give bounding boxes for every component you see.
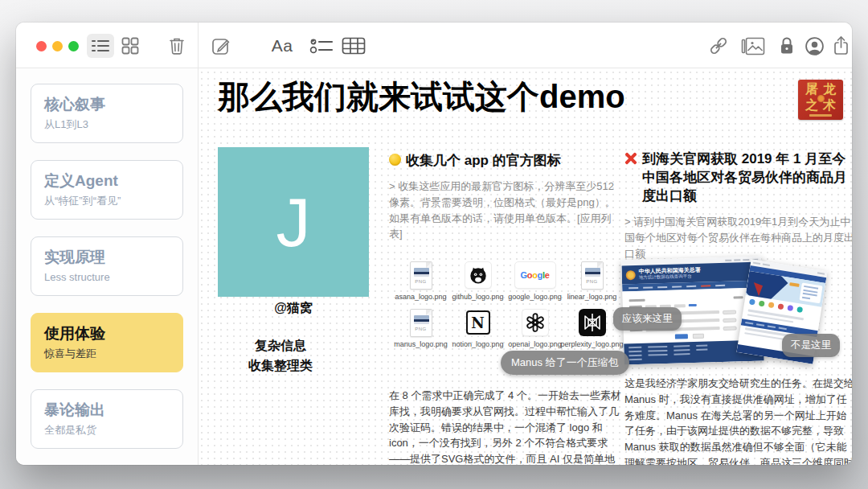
task2-heading-text: 到海关官网获取 2019 年 1 月至今中国各地区对各贸易伙伴的商品月度出口额 (642, 150, 852, 205)
share-button[interactable] (827, 34, 852, 58)
png-badge: PNG (582, 279, 603, 284)
file-linear[interactable]: PNG linear_logo.png (565, 261, 619, 301)
share-icon (832, 35, 850, 56)
openai-logo-icon (522, 309, 549, 336)
list-view-button[interactable] (87, 34, 114, 58)
png-thumbnail (414, 315, 429, 324)
checklist-icon (309, 37, 334, 55)
category-line: 复杂信息 (211, 335, 350, 355)
task1-heading-text: 收集几个 app 的官方图标 (406, 151, 561, 170)
task1-result: 在 8 个需求中正确完成了 4 个。一开始去一些素材库找，我明确要求从官网找。过… (389, 388, 622, 465)
sidebar-item-title: 核心叙事 (44, 94, 170, 115)
seal-char: 龙 (821, 81, 838, 97)
file-github[interactable]: github_logo.png (451, 261, 505, 301)
manus-tooltip: Manus 给了一个压缩包 (501, 351, 629, 375)
desktop: { "toolbar": { "aa_label": "Aa" }, "side… (0, 0, 868, 489)
sidebar-item-title: 实现原理 (44, 247, 170, 268)
lock-button[interactable] (774, 34, 800, 58)
source-avatar: J (218, 147, 369, 297)
file-name: openai_logo.png (508, 340, 562, 348)
trash-button[interactable] (164, 34, 190, 58)
table-button[interactable] (338, 34, 370, 58)
png-file-icon: PNG (581, 261, 604, 290)
png-badge: PNG (411, 327, 432, 331)
sidebar-item-subtitle: 惊喜与差距 (44, 347, 170, 361)
source-credit: @猫窝 (218, 300, 369, 317)
media-button[interactable] (738, 34, 768, 58)
sidebar-item-title: 暴论输出 (44, 400, 170, 421)
seal-char: 术 (821, 97, 838, 113)
perplexity-logo-icon (579, 309, 606, 336)
grid-view-icon (121, 37, 139, 55)
file-name: asana_logo.png (395, 293, 446, 301)
customs-reset-button (693, 334, 704, 339)
google-logo-icon: Google (514, 261, 556, 289)
table-icon (342, 36, 366, 55)
file-name: github_logo.png (452, 293, 503, 301)
sidebar-item-subtitle: 全都是私货 (44, 423, 170, 438)
category-line: 收集整理类 (211, 355, 350, 376)
file-google[interactable]: Google google_logo.png (508, 261, 562, 301)
task1-quote: > 收集这些应用的最新官方图标，分辨率至少512像素。背景需要透明，位图格式（最… (389, 179, 620, 242)
file-openai[interactable]: openai_logo.png (508, 308, 562, 348)
sidebar-item-principle[interactable]: 实现原理 Less structure (31, 236, 183, 296)
file-notion[interactable]: N notion_logo.png (451, 308, 505, 348)
toolbar: Aa (16, 23, 852, 68)
photos-icon (741, 35, 765, 56)
seal-char: 之 (803, 97, 821, 113)
task2-quote: > 请到中国海关官网获取2019年1月到今天为止中国每个地区对每个贸易伙伴在每种… (624, 214, 852, 261)
png-thumbnail (414, 268, 429, 277)
screenshot-collage: 中华人民共和国海关总署 地方统计数据在线查询平台 (624, 256, 852, 375)
slide-canvas: 那么我们就来试试这个demo 屠 龙 之 术 J @猫窝 复杂信息 收集整理类 … (199, 69, 852, 465)
seal-stamp: 屠 龙 之 术 (798, 80, 843, 120)
sidebar-item-hot-takes[interactable]: 暴论输出 全都是私货 (31, 389, 183, 449)
sidebar-item-title: 定义Agent (44, 171, 170, 191)
file-grid: PNG asana_logo.png (394, 261, 619, 348)
sidebar-item-define-agent[interactable]: 定义Agent 从“特征”到“看见” (31, 160, 183, 220)
task-category-label: 复杂信息 收集整理类 (211, 335, 350, 376)
png-badge: PNG (411, 279, 432, 284)
text-style-button[interactable]: Aa (266, 34, 298, 58)
notion-logo-icon: N (466, 310, 490, 335)
task2-column: 到海关官网获取 2019 年 1 月至今中国各地区对各贸易伙伴的商品月度出口额 … (624, 150, 852, 261)
slide-title: 那么我们就来试试这个demo (218, 76, 772, 117)
compose-button[interactable] (207, 34, 235, 58)
customs-emblem-icon (626, 269, 636, 279)
png-file-icon: PNG (410, 309, 432, 337)
png-file-icon: PNG (410, 261, 432, 290)
zoom-window-button[interactable] (68, 41, 79, 51)
link-icon (708, 35, 729, 56)
yellow-circle-icon (389, 154, 401, 166)
sidebar-item-core-narrative[interactable]: 核心叙事 从L1到L3 (31, 84, 183, 143)
github-logo-icon (465, 261, 492, 289)
task2-heading: 到海关官网获取 2019 年 1 月至今中国各地区对各贸易伙伴的商品月度出口额 (624, 150, 852, 205)
compose-icon (211, 36, 231, 55)
customs-site-subtitle: 地方统计数据在线查询平台 (639, 273, 701, 281)
sidebar-item-subtitle: Less structure (44, 270, 170, 285)
account-button[interactable] (800, 34, 828, 58)
outline-sidebar: 核心叙事 从L1到L3 定义Agent 从“特征”到“看见” 实现原理 Less… (16, 69, 198, 465)
file-manus[interactable]: PNG manus_logo.png (394, 308, 448, 348)
sidebar-item-experience-active[interactable]: 使用体验 惊喜与差距 (31, 313, 183, 372)
sidebar-item-title: 使用体验 (44, 323, 170, 344)
task1-column: 收集几个 app 的官方图标 > 收集这些应用的最新官方图标，分辨率至少512像… (389, 150, 620, 242)
close-window-button[interactable] (36, 41, 47, 51)
grid-view-button[interactable] (117, 34, 143, 58)
list-view-icon (91, 38, 110, 54)
avatar-letter: J (276, 187, 311, 257)
person-icon (805, 36, 825, 56)
sidebar-item-subtitle: 从“特征”到“看见” (44, 194, 170, 208)
file-perplexity[interactable]: perplexity_logo.png (565, 308, 619, 348)
png-thumbnail (585, 268, 600, 277)
task1-heading: 收集几个 app 的官方图标 (389, 151, 620, 170)
file-asana[interactable]: PNG asana_logo.png (394, 261, 448, 301)
label-should-be-here: 应该来这里 (613, 307, 682, 331)
checklist-button[interactable] (306, 34, 337, 58)
sidebar-item-subtitle: 从L1到L3 (44, 117, 170, 132)
file-name: google_logo.png (508, 293, 562, 301)
customs-submit-button (675, 334, 688, 339)
task2-result: 这是我经济学家朋友交给研究生的任务。在提交给 Manus 时，我没有直接提供准确… (624, 376, 852, 465)
minimize-window-button[interactable] (52, 41, 63, 51)
red-cross-icon (624, 152, 637, 165)
link-button[interactable] (705, 34, 732, 58)
